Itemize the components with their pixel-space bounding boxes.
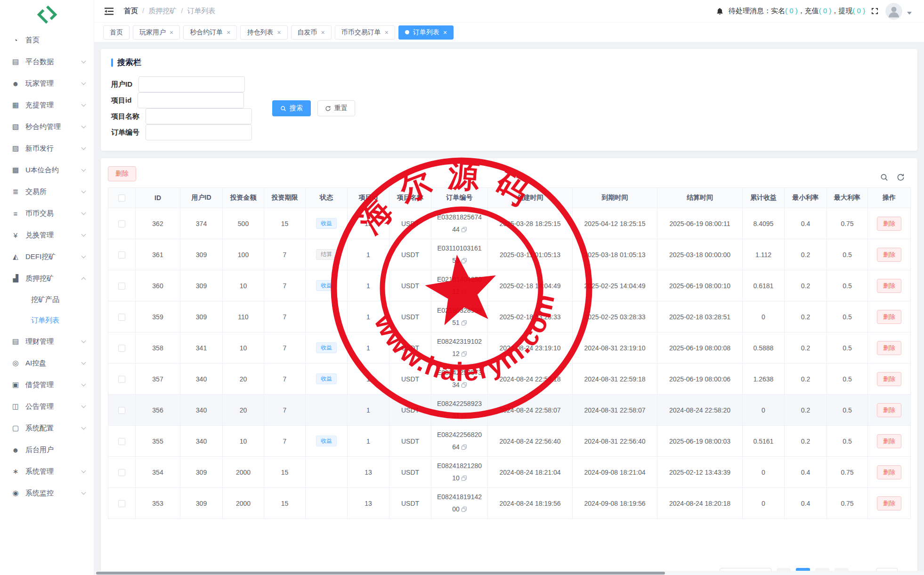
sidebar-item-4[interactable]: ▧秒合约管理: [0, 116, 94, 138]
reset-button[interactable]: 重置: [317, 100, 355, 116]
row-checkbox[interactable]: [118, 376, 125, 383]
tab-close-icon[interactable]: ×: [321, 29, 325, 36]
tab-1[interactable]: 玩家用户×: [133, 25, 180, 40]
cell-max-rate: 0.75: [827, 488, 868, 519]
user-id-input[interactable]: [138, 76, 245, 92]
tab-close-icon[interactable]: ×: [443, 29, 447, 36]
menu-collapse-icon[interactable]: [105, 8, 113, 15]
row-delete-button[interactable]: 删除: [877, 217, 901, 231]
fullscreen-icon[interactable]: [871, 7, 879, 15]
chevron-down-icon: [81, 360, 86, 365]
cell-period: 15: [264, 488, 306, 519]
row-checkbox[interactable]: [118, 220, 125, 227]
search-field-order-no: 订单编号: [111, 124, 252, 140]
copy-icon[interactable]: [462, 258, 467, 263]
copy-icon[interactable]: [462, 507, 467, 512]
tab-active[interactable]: 订单列表×: [398, 25, 454, 40]
row-checkbox[interactable]: [118, 345, 125, 352]
row-delete-button[interactable]: 删除: [877, 496, 901, 510]
tab-5[interactable]: 币币交易订单×: [335, 25, 395, 40]
sidebar-item-18[interactable]: ∗系统管理: [0, 461, 94, 482]
copy-icon[interactable]: [462, 227, 467, 232]
copy-icon[interactable]: [462, 413, 467, 419]
row-delete-button[interactable]: 删除: [877, 465, 901, 479]
sidebar-item-1[interactable]: ▤平台数据: [0, 51, 94, 73]
table-search-icon[interactable]: [880, 173, 888, 181]
tab-4[interactable]: 自发币×: [291, 25, 332, 40]
column-header: 结算时间: [657, 188, 743, 208]
tab-close-icon[interactable]: ×: [277, 29, 281, 36]
sidebar-item-16[interactable]: ▢系统配置: [0, 417, 94, 439]
project-name-input[interactable]: [146, 108, 252, 124]
bell-icon[interactable]: [716, 7, 724, 16]
row-checkbox[interactable]: [118, 407, 125, 414]
cell-order-no: E0824181914200: [431, 488, 488, 519]
sidebar-item-2[interactable]: ☻玩家管理: [0, 73, 94, 94]
tab-3[interactable]: 持仓列表×: [240, 25, 287, 40]
row-checkbox[interactable]: [118, 251, 125, 259]
copy-icon[interactable]: [462, 320, 467, 325]
sidebar-item-13[interactable]: ◎AI控盘: [0, 352, 94, 374]
sidebar-item-0[interactable]: ◔首页: [0, 29, 94, 51]
sidebar-item-11[interactable]: ▟质押挖矿: [0, 267, 94, 289]
row-delete-button[interactable]: 删除: [877, 372, 901, 386]
cell-settle-time: 2025-06-19 08:00:11: [657, 208, 743, 239]
row-delete-button[interactable]: 删除: [877, 403, 901, 417]
row-checkbox[interactable]: [118, 283, 125, 290]
column-header: 最大利率: [827, 188, 868, 208]
sidebar-subitem[interactable]: 挖矿产品: [0, 289, 94, 310]
row-delete-button[interactable]: 删除: [877, 434, 901, 448]
row-checkbox[interactable]: [118, 469, 125, 476]
breadcrumb-item[interactable]: 首页: [124, 7, 138, 15]
project-id-input[interactable]: [138, 92, 244, 108]
sidebar-item-9[interactable]: ¥兑换管理: [0, 224, 94, 246]
table-refresh-icon[interactable]: [897, 173, 905, 181]
sidebar-item-15[interactable]: ◫公告管理: [0, 396, 94, 417]
copy-icon[interactable]: [462, 351, 467, 356]
row-delete-button[interactable]: 删除: [877, 279, 901, 293]
bulk-delete-button[interactable]: 删除: [108, 166, 136, 181]
row-delete-button[interactable]: 删除: [877, 341, 901, 355]
cell-user-id: 309: [180, 239, 223, 270]
row-delete-button[interactable]: 删除: [877, 248, 901, 262]
sidebar-item-14[interactable]: ▣借贷管理: [0, 374, 94, 396]
cell-settle-time: 2025-06-19 08:00:08: [657, 332, 743, 364]
message-label: 提现: [838, 7, 852, 15]
copy-icon[interactable]: [462, 382, 467, 388]
sidebar-item-10[interactable]: ◭DEFI挖矿: [0, 246, 94, 267]
row-checkbox[interactable]: [118, 314, 125, 321]
sidebar-item-5[interactable]: ▨新币发行: [0, 138, 94, 159]
row-checkbox[interactable]: [118, 438, 125, 445]
avatar[interactable]: [885, 3, 902, 20]
sidebar-item-19[interactable]: ◉系统监控: [0, 482, 94, 504]
tab-0[interactable]: 首页: [103, 25, 130, 40]
tab-2[interactable]: 秒合约订单×: [183, 25, 237, 40]
row-checkbox[interactable]: [118, 500, 125, 507]
copy-icon[interactable]: [462, 445, 467, 450]
sidebar-item-7[interactable]: ≣交易所: [0, 181, 94, 202]
copy-icon[interactable]: [462, 476, 467, 481]
sidebar-item-label: 理财管理: [25, 337, 82, 346]
column-header: 项目名称: [389, 188, 431, 208]
order-no-input[interactable]: [146, 124, 252, 140]
sidebar-item-3[interactable]: ▦充提管理: [0, 94, 94, 116]
select-all-checkbox[interactable]: [118, 194, 125, 202]
cell-min-rate: 0.2: [785, 301, 827, 332]
tab-close-icon[interactable]: ×: [170, 29, 173, 36]
chevron-down-icon: [81, 469, 86, 473]
user-menu-caret-icon[interactable]: [907, 12, 912, 15]
tab-close-icon[interactable]: ×: [227, 29, 230, 36]
sidebar-item-8[interactable]: ≡币币交易: [0, 202, 94, 224]
horizontal-scrollbar[interactable]: [95, 571, 924, 575]
cell-actions: 删除: [868, 395, 911, 426]
stake-mining-icon: ▟: [10, 274, 21, 283]
scrollbar-thumb[interactable]: [96, 572, 665, 575]
search-button[interactable]: 搜索: [272, 100, 311, 116]
row-delete-button[interactable]: 删除: [877, 310, 901, 324]
sidebar-subitem[interactable]: 订单列表: [0, 310, 94, 331]
sidebar-item-6[interactable]: ▩U本位合约: [0, 159, 94, 181]
sidebar-item-12[interactable]: ▤理财管理: [0, 331, 94, 352]
tab-close-icon[interactable]: ×: [385, 29, 389, 36]
sidebar-item-17[interactable]: ☻后台用户: [0, 439, 94, 461]
copy-icon[interactable]: [462, 289, 467, 294]
